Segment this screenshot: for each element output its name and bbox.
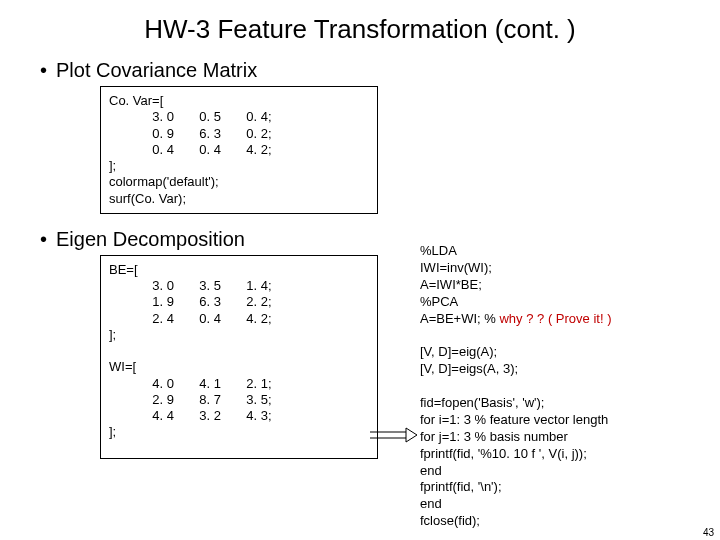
side-prove-red: ( Prove it! ) xyxy=(544,311,611,326)
side-line: for j=1: 3 % basis number xyxy=(420,429,700,446)
side-blank xyxy=(420,378,700,395)
svg-marker-2 xyxy=(406,428,417,442)
side-line: %LDA xyxy=(420,243,700,260)
side-line: fprintf(fid, '%10. 10 f ', V(i, j)); xyxy=(420,446,700,463)
page-title: HW-3 Feature Transformation (cont. ) xyxy=(0,14,720,45)
side-line: A=BE+WI; % why ? ? ( Prove it! ) xyxy=(420,311,700,328)
covar-code-box: Co. Var=[ 3. 0 0. 5 0. 4; 0. 9 6. 3 0. 2… xyxy=(100,86,378,214)
bullet-eigen-label: Eigen Decomposition xyxy=(56,228,245,250)
eigen-code: BE=[ 3. 0 3. 5 1. 4; 1. 9 6. 3 2. 2; 2. … xyxy=(109,262,369,441)
side-line: fid=fopen('Basis', 'w'); xyxy=(420,395,700,412)
side-line: end xyxy=(420,463,700,480)
side-line: IWI=inv(WI); xyxy=(420,260,700,277)
side-line: for i=1: 3 % feature vector length xyxy=(420,412,700,429)
bullet-covariance: •Plot Covariance Matrix xyxy=(40,59,680,82)
side-line: fclose(fid); xyxy=(420,513,700,530)
bullet-covariance-label: Plot Covariance Matrix xyxy=(56,59,257,81)
side-line: %PCA xyxy=(420,294,700,311)
bullet-dot-icon: • xyxy=(40,59,56,82)
side-line: end xyxy=(420,496,700,513)
side-line: fprintf(fid, '\n'); xyxy=(420,479,700,496)
page-number: 43 xyxy=(703,527,714,538)
side-why-red: why ? ? xyxy=(499,311,544,326)
side-line: [V, D]=eigs(A, 3); xyxy=(420,361,700,378)
side-line: [V, D]=eig(A); xyxy=(420,344,700,361)
side-blank xyxy=(420,327,700,344)
covar-code: Co. Var=[ 3. 0 0. 5 0. 4; 0. 9 6. 3 0. 2… xyxy=(109,93,369,207)
side-text: A=BE+WI; % xyxy=(420,311,499,326)
side-note: %LDA IWI=inv(WI); A=IWI*BE; %PCA A=BE+WI… xyxy=(420,243,700,530)
arrow-icon xyxy=(370,427,418,443)
content-area: •Plot Covariance Matrix Co. Var=[ 3. 0 0… xyxy=(0,59,720,459)
bullet-dot-icon: • xyxy=(40,228,56,251)
side-line: A=IWI*BE; xyxy=(420,277,700,294)
eigen-code-box: BE=[ 3. 0 3. 5 1. 4; 1. 9 6. 3 2. 2; 2. … xyxy=(100,255,378,459)
